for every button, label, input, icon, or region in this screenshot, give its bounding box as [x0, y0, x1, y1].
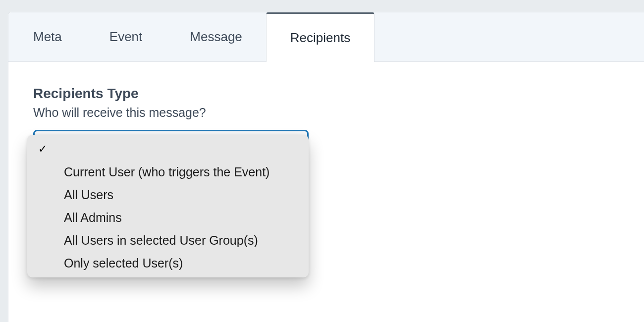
recipients-type-dropdown: ✓ Current User (who triggers the Event) …: [27, 135, 309, 277]
option-blank[interactable]: ✓: [27, 138, 309, 161]
option-label: Current User (who triggers the Event): [51, 165, 269, 179]
tab-event[interactable]: Event: [86, 12, 166, 61]
tab-recipients[interactable]: Recipients: [266, 12, 375, 62]
option-current-user[interactable]: Current User (who triggers the Event): [27, 161, 309, 183]
tab-label: Meta: [33, 29, 62, 45]
tab-bar: Meta Event Message Recipients: [8, 12, 644, 62]
option-label: All Admins: [51, 211, 122, 225]
settings-card: Meta Event Message Recipients Recipients…: [8, 12, 644, 322]
option-label: All Users in selected User Group(s): [51, 233, 258, 248]
recipients-type-field: ✓ Current User (who triggers the Event) …: [33, 130, 309, 160]
tab-meta[interactable]: Meta: [8, 12, 86, 61]
recipients-panel: Recipients Type Who will receive this me…: [8, 62, 644, 183]
option-label: Only selected User(s): [51, 256, 183, 270]
tab-label: Event: [109, 29, 143, 45]
section-help: Who will receive this message?: [33, 106, 619, 120]
section-title: Recipients Type: [33, 86, 619, 102]
option-all-users[interactable]: All Users: [27, 183, 309, 206]
option-all-admins[interactable]: All Admins: [27, 206, 309, 229]
option-selected-users[interactable]: Only selected User(s): [27, 252, 309, 274]
option-user-groups[interactable]: All Users in selected User Group(s): [27, 229, 309, 252]
check-icon: ✓: [38, 143, 51, 156]
tab-message[interactable]: Message: [166, 12, 266, 61]
option-label: All Users: [51, 188, 113, 202]
tab-label: Message: [190, 29, 242, 45]
tab-label: Recipients: [290, 30, 350, 46]
